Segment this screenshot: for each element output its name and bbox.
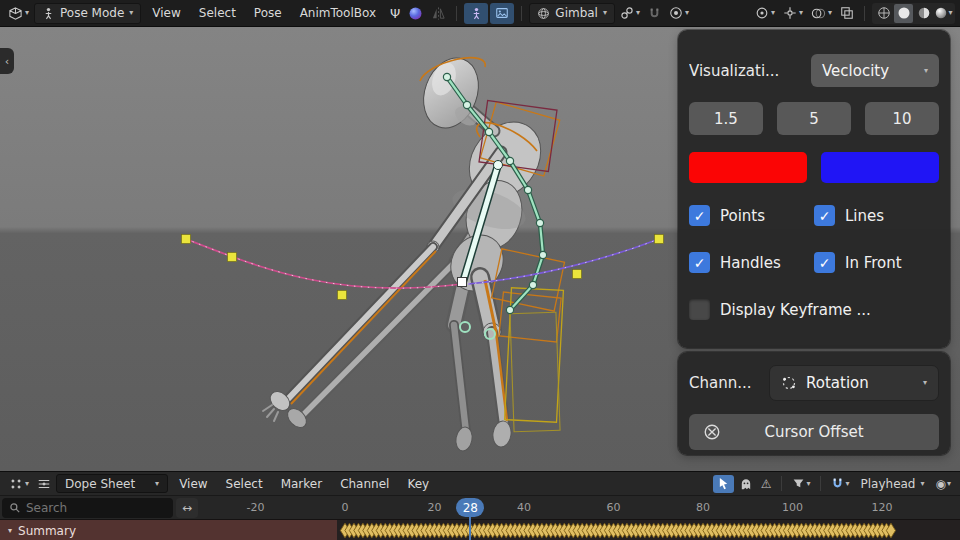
dope-menu-marker[interactable]: Marker bbox=[272, 474, 331, 494]
filter-button[interactable]: ▾ bbox=[789, 477, 813, 490]
visualization-type-value: Veclocity bbox=[822, 62, 889, 80]
transform-orientation-dropdown[interactable]: Gimbal ▾ bbox=[529, 3, 615, 24]
pivot-point-button[interactable]: ▾ bbox=[752, 4, 778, 22]
unchecked-checkbox-icon[interactable] bbox=[689, 299, 710, 320]
toolbar-pull-tab[interactable]: ‹ bbox=[0, 48, 14, 74]
mode-label: Pose Mode bbox=[60, 6, 124, 20]
size-button-10[interactable]: 10 bbox=[865, 102, 939, 135]
show-hidden-filter-button[interactable] bbox=[736, 477, 756, 491]
blue-color-swatch[interactable] bbox=[821, 152, 939, 183]
snap-toggle-button[interactable] bbox=[645, 5, 664, 22]
channel-panel: Chann... Rotation ▾ Cursor Offset bbox=[678, 352, 950, 455]
filter-invert-button[interactable]: ↔ bbox=[176, 498, 198, 518]
channel-search-box[interactable] bbox=[2, 498, 173, 518]
search-input[interactable] bbox=[26, 501, 146, 515]
only-selected-filter-button[interactable] bbox=[713, 475, 734, 493]
proportional-circle-icon bbox=[669, 6, 683, 20]
timeline-ruler[interactable]: ↔ 28 -20020406080100120 bbox=[0, 495, 960, 519]
snap-mode-dropdown[interactable]: Playhead ▾ bbox=[855, 477, 931, 491]
shading-solid-button[interactable] bbox=[894, 4, 913, 23]
checkbox-handles[interactable]: ✓Handles bbox=[689, 252, 814, 273]
pose-figure-icon bbox=[42, 7, 55, 20]
cursor-offset-button[interactable]: Cursor Offset bbox=[689, 414, 939, 450]
checkbox-label: In Front bbox=[845, 254, 902, 272]
checkbox-lines[interactable]: ✓Lines bbox=[814, 205, 939, 226]
checkbox-label: Display Keyframe ... bbox=[720, 301, 871, 319]
red-color-swatch[interactable] bbox=[689, 152, 807, 183]
snap-target-button[interactable]: ▾ bbox=[617, 4, 643, 22]
chevron-down-icon: ▾ bbox=[845, 480, 849, 488]
3d-viewport[interactable]: ‹ Visualizati... Veclocity ▾ 1.5510 ✓Poi… bbox=[0, 27, 960, 471]
checkbox-grid: ✓Points✓Lines✓Handles✓In FrontDisplay Ke… bbox=[689, 205, 939, 320]
size-button-5[interactable]: 5 bbox=[777, 102, 851, 135]
dopesheet-mode-dropdown[interactable]: Dope Sheet ▾ bbox=[56, 474, 168, 493]
dope-menu-key[interactable]: Key bbox=[398, 474, 438, 494]
color-swatch-row bbox=[689, 152, 939, 183]
overlays-icon bbox=[811, 6, 826, 21]
show-gizmo-button[interactable]: ▾ bbox=[780, 4, 806, 22]
armature-tool-button[interactable]: Ψ bbox=[387, 5, 403, 22]
collapse-chevron-icon: ▾ bbox=[8, 527, 12, 535]
checkbox-in-front[interactable]: ✓In Front bbox=[814, 252, 939, 273]
size-button-1-5[interactable]: 1.5 bbox=[689, 102, 763, 135]
xray-toggle-button[interactable] bbox=[837, 4, 857, 22]
snap-keyframes-button[interactable]: ▾ bbox=[828, 477, 852, 490]
editor-type-selector[interactable]: ▾ bbox=[5, 4, 32, 23]
current-frame-badge[interactable]: 28 bbox=[456, 498, 484, 517]
divider bbox=[820, 476, 821, 491]
checkbox-display-keyframe[interactable]: Display Keyframe ... bbox=[689, 299, 939, 320]
mirror-tool-button[interactable] bbox=[428, 4, 449, 23]
ruler-tick: 40 bbox=[517, 501, 531, 514]
blender-window: ▾ Pose Mode ▾ ViewSelectPoseAnimToolBox … bbox=[0, 0, 960, 540]
checkbox-label: Points bbox=[720, 207, 765, 225]
summary-row[interactable]: ▾ Summary bbox=[0, 519, 960, 540]
channel-type-dropdown[interactable]: Rotation ▾ bbox=[769, 365, 939, 401]
wireframe-sphere-icon bbox=[877, 6, 891, 20]
chevron-down-icon: ▾ bbox=[25, 480, 29, 488]
menu-animtoolbox[interactable]: AnimToolBox bbox=[291, 3, 385, 23]
current-frame-marker[interactable] bbox=[458, 278, 467, 287]
ruler-tick: 0 bbox=[342, 501, 349, 514]
menu-pose[interactable]: Pose bbox=[245, 3, 291, 23]
chevron-down-icon: ▾ bbox=[920, 480, 924, 488]
checked-checkbox-icon[interactable]: ✓ bbox=[689, 205, 710, 226]
show-overlays-button[interactable]: ▾ bbox=[808, 4, 835, 23]
dopesheet-editor-selector[interactable]: ▾ bbox=[6, 475, 32, 493]
character-overlay-button[interactable] bbox=[464, 3, 488, 24]
chevron-down-icon: ▾ bbox=[947, 480, 951, 488]
chain-link-icon bbox=[620, 6, 634, 20]
dope-menu-channel[interactable]: Channel bbox=[331, 474, 398, 494]
sphere-tool-button[interactable] bbox=[405, 4, 426, 23]
menu-view[interactable]: View bbox=[143, 3, 189, 23]
checked-checkbox-icon[interactable]: ✓ bbox=[814, 205, 835, 226]
proportional-edit-keys-button[interactable]: ◉ ▾ bbox=[933, 478, 955, 490]
dopesheet-mode-button[interactable] bbox=[34, 475, 54, 493]
mode-dropdown[interactable]: Pose Mode ▾ bbox=[34, 3, 141, 24]
show-errors-filter-button[interactable]: ⚠ bbox=[758, 478, 775, 490]
cursor-offset-icon bbox=[703, 423, 721, 441]
summary-channel[interactable]: ▾ Summary bbox=[0, 520, 337, 540]
magnet-icon bbox=[831, 477, 844, 490]
chevron-down-icon: ▾ bbox=[799, 9, 803, 17]
dope-menu-view[interactable]: View bbox=[170, 474, 216, 494]
playhead-line[interactable] bbox=[469, 516, 471, 540]
checked-checkbox-icon[interactable]: ✓ bbox=[814, 252, 835, 273]
shading-material-button[interactable] bbox=[914, 4, 933, 23]
shading-wireframe-button[interactable] bbox=[874, 4, 893, 23]
checked-checkbox-icon[interactable]: ✓ bbox=[689, 252, 710, 273]
proportional-editing-button[interactable]: ▾ bbox=[666, 4, 692, 22]
funnel-icon bbox=[792, 477, 805, 490]
shading-rendered-button[interactable]: ▾ bbox=[934, 4, 953, 23]
ruler-tick: 60 bbox=[607, 501, 621, 514]
orientation-globe-icon bbox=[537, 7, 550, 20]
dope-menu-select[interactable]: Select bbox=[217, 474, 272, 494]
checkbox-points[interactable]: ✓Points bbox=[689, 205, 814, 226]
visualization-type-dropdown[interactable]: Veclocity ▾ bbox=[811, 54, 939, 87]
chevron-down-icon: ▾ bbox=[25, 9, 29, 17]
dopesheet-menubar: ViewSelectMarkerChannelKey bbox=[170, 474, 438, 494]
ruler-tick: 100 bbox=[782, 501, 803, 514]
image-overlay-button[interactable] bbox=[490, 3, 514, 24]
menu-select[interactable]: Select bbox=[190, 3, 245, 23]
chevron-down-icon: ▾ bbox=[806, 480, 810, 488]
sphere-icon bbox=[408, 6, 423, 21]
